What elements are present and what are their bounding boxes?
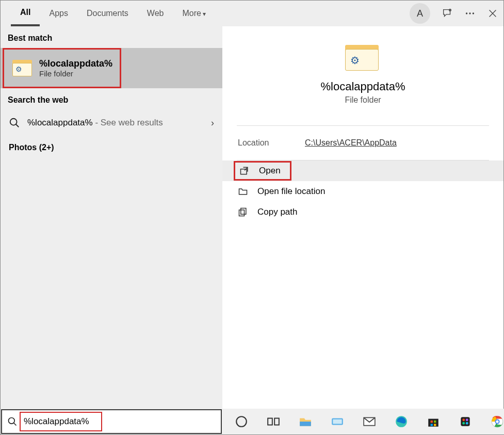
preview-subtitle: File folder <box>222 95 503 105</box>
taskbar-store-icon[interactable] <box>426 414 441 429</box>
svg-rect-21 <box>431 421 433 423</box>
preview-title: %localappdata% <box>222 80 503 93</box>
svg-rect-24 <box>434 424 436 426</box>
web-result-item[interactable]: %localappdata% - See web results › <box>1 110 222 136</box>
svg-rect-15 <box>274 418 279 425</box>
search-input[interactable] <box>24 416 98 427</box>
close-icon[interactable] <box>487 8 498 19</box>
best-match-heading: Best match <box>1 26 222 48</box>
svg-point-27 <box>466 418 468 421</box>
search-icon <box>7 416 18 427</box>
taskbar-keyboard-icon[interactable] <box>330 414 345 429</box>
more-options-icon[interactable] <box>464 8 476 19</box>
svg-point-1 <box>466 12 467 14</box>
tab-web[interactable]: Web <box>138 1 173 26</box>
folder-large-icon: ⚙ <box>345 42 381 73</box>
results-pane: Best match ⚙ %localappdata% File folder … <box>1 26 222 410</box>
svg-point-11 <box>9 418 15 424</box>
svg-rect-9 <box>241 208 246 215</box>
action-open-label: Open <box>259 166 281 176</box>
svg-rect-8 <box>241 169 247 174</box>
svg-rect-23 <box>431 424 433 426</box>
svg-point-28 <box>462 422 465 425</box>
svg-point-33 <box>496 420 498 423</box>
taskbar-taskview-icon[interactable] <box>266 414 281 429</box>
action-open[interactable]: Open <box>222 160 503 181</box>
svg-point-6 <box>10 119 17 125</box>
search-icon <box>9 117 20 128</box>
svg-rect-20 <box>428 419 438 427</box>
tab-all[interactable]: All <box>11 1 40 26</box>
tab-more[interactable]: More <box>173 1 215 26</box>
search-web-heading: Search the web <box>1 88 222 110</box>
svg-point-29 <box>466 422 468 425</box>
taskbar-mail-icon[interactable] <box>362 414 377 429</box>
filter-tabs: All Apps Documents Web More A <box>1 1 503 26</box>
location-value[interactable]: C:\Users\ACER\AppData <box>305 138 397 148</box>
folder-icon: ⚙ <box>12 58 33 78</box>
taskbar-chrome-icon[interactable] <box>490 414 504 429</box>
svg-rect-16 <box>300 422 311 426</box>
svg-rect-10 <box>239 210 245 216</box>
svg-line-7 <box>16 124 19 127</box>
action-open-file-location[interactable]: Open file location <box>222 181 503 202</box>
svg-rect-18 <box>333 420 342 424</box>
action-open-file-location-label: Open file location <box>257 186 325 197</box>
svg-point-3 <box>473 12 474 14</box>
copy-icon <box>238 207 248 217</box>
web-result-query: %localappdata% <box>27 118 93 127</box>
search-window: All Apps Documents Web More A Best match <box>0 0 504 435</box>
location-label: Location <box>238 138 305 148</box>
svg-point-13 <box>236 416 247 427</box>
photos-heading[interactable]: Photos (2+) <box>1 136 222 159</box>
svg-rect-22 <box>434 421 436 423</box>
avatar[interactable]: A <box>410 3 430 24</box>
taskbar-edge-icon[interactable] <box>394 414 409 429</box>
taskbar-file-explorer-icon[interactable] <box>298 414 313 429</box>
svg-point-26 <box>462 418 465 421</box>
svg-rect-25 <box>461 417 469 426</box>
taskbar-figma-icon[interactable] <box>458 414 473 429</box>
svg-line-12 <box>14 423 17 426</box>
action-copy-path[interactable]: Copy path <box>222 202 503 222</box>
svg-rect-14 <box>268 418 272 425</box>
svg-point-2 <box>469 12 470 14</box>
folder-open-icon <box>238 186 248 197</box>
chevron-right-icon: › <box>211 118 214 128</box>
best-match-result[interactable]: ⚙ %localappdata% File folder <box>3 48 121 88</box>
open-icon <box>239 166 250 176</box>
tab-documents[interactable]: Documents <box>77 1 138 26</box>
best-match-subtitle: File folder <box>39 69 112 78</box>
best-match-title: %localappdata% <box>39 58 112 69</box>
location-row: Location C:\Users\ACER\AppData <box>222 126 503 160</box>
search-box[interactable] <box>1 409 222 434</box>
taskbar <box>1 409 504 434</box>
preview-pane: ⚙ %localappdata% File folder Location C:… <box>222 26 503 410</box>
feedback-icon[interactable] <box>442 8 453 19</box>
tab-apps[interactable]: Apps <box>40 1 77 26</box>
web-result-suffix: - See web results <box>93 118 163 127</box>
taskbar-cortana-icon[interactable] <box>234 414 249 429</box>
action-copy-path-label: Copy path <box>257 207 298 217</box>
